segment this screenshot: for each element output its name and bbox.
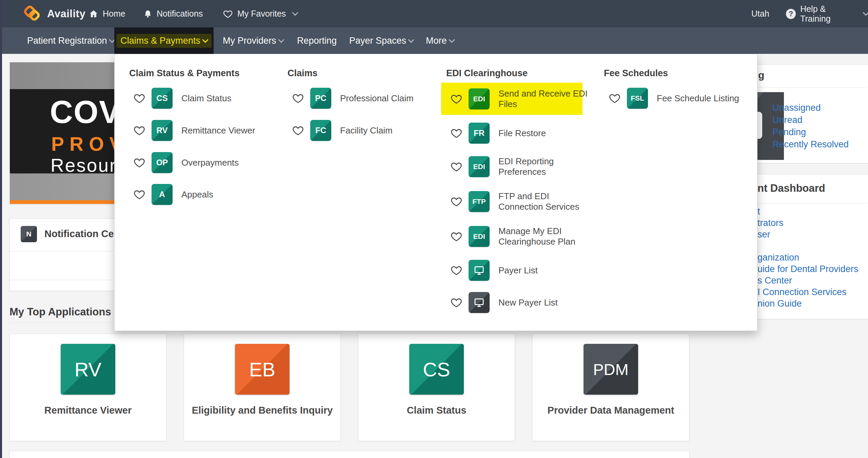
dashboard-link-fragment[interactable]: ser (757, 229, 858, 240)
app-label: Remittance Viewer (13, 404, 163, 416)
favorite-heart-icon[interactable] (133, 188, 145, 201)
favorite-heart-icon[interactable] (450, 296, 462, 309)
menu-column-heading: Fee Schedules (604, 68, 668, 79)
menu-item-label: Payer List (498, 265, 538, 276)
menu-item-send-receive-edi-files[interactable]: EDI Send and Receive EDI Files (450, 88, 593, 109)
menu-item-facility-claim[interactable]: FC Facility Claim (292, 120, 393, 141)
ftp-tile: FTP (469, 191, 490, 212)
chevron-down-icon (863, 9, 868, 16)
favorite-heart-icon[interactable] (450, 161, 462, 173)
app-icon-rv: RV (61, 344, 115, 395)
chevron-down-icon (449, 37, 455, 43)
nav-more[interactable]: More (426, 27, 454, 54)
app-card-claim-status[interactable]: CS Claim Status (358, 334, 515, 441)
app-card-remittance-viewer[interactable]: RV Remittance Viewer (9, 334, 166, 441)
nav-label: Patient Registration (27, 36, 107, 46)
nav-notifications[interactable]: Notifications (143, 0, 203, 27)
menu-item-label: Facility Claim (340, 125, 393, 136)
menu-item-file-restore[interactable]: FR File Restore (450, 123, 546, 144)
appeals-tile: A (152, 184, 173, 205)
dashboard-link-fragment[interactable]: s Center (757, 275, 858, 286)
link-unread[interactable]: Unread (772, 114, 849, 126)
menu-item-label: Fee Schedule Listing (657, 93, 739, 104)
link-unassigned[interactable]: Unassigned (772, 102, 849, 114)
nav-label: My Providers (223, 36, 276, 46)
availity-logo[interactable]: Availity (22, 0, 85, 27)
professional-claim-tile: PC (310, 88, 331, 109)
menu-item-label: FTP and EDI Connection Services (498, 191, 593, 212)
fee-schedule-tile: FSL (627, 88, 648, 109)
menu-item-label: Professional Claim (340, 93, 414, 104)
menu-item-label: Remittance Viewer (181, 125, 255, 136)
favorite-heart-icon[interactable] (450, 230, 462, 243)
dashboard-link-fragment[interactable]: nion Guide (757, 298, 858, 309)
nav-my-providers[interactable]: My Providers (223, 27, 283, 54)
nav-claims-payments-active[interactable]: Claims & Payments (114, 27, 214, 54)
nav-payer-spaces[interactable]: Payer Spaces (349, 27, 413, 54)
link-recently-resolved[interactable]: Recently Resolved (772, 138, 849, 150)
menu-item-label: Send and Receive EDI Files (498, 88, 593, 109)
main-nav: Patient Registration Claims & Payments M… (0, 27, 868, 54)
favorite-heart-icon[interactable] (450, 127, 462, 139)
menu-item-professional-claim[interactable]: PC Professional Claim (292, 88, 414, 109)
chevron-down-icon (202, 37, 208, 43)
favorite-heart-icon[interactable] (292, 124, 304, 137)
app-card-provider-data-management[interactable]: PDM Provider Data Management (532, 334, 689, 441)
notification-center-tile[interactable]: N (21, 226, 37, 242)
edi-tile: EDI (469, 226, 490, 247)
menu-item-overpayments[interactable]: OP Overpayments (133, 152, 239, 173)
menu-item-appeals[interactable]: A Appeals (133, 184, 213, 205)
nav-notifications-label: Notifications (157, 9, 203, 19)
app-icon-pdm: PDM (584, 344, 638, 395)
menu-item-new-payer-list[interactable]: New Payer List (450, 292, 558, 313)
nav-patient-registration[interactable]: Patient Registration (27, 27, 114, 54)
brand-name: Availity (47, 8, 85, 20)
nav-favorites-label: My Favorites (237, 9, 286, 19)
file-restore-tile: FR (469, 123, 490, 144)
favorite-heart-icon[interactable] (133, 124, 145, 137)
menu-item-manage-my-edi-clearinghouse-plan[interactable]: EDI Manage My EDI Clearinghouse Plan (450, 226, 593, 247)
nav-region[interactable]: Utah (751, 0, 769, 27)
menu-item-remittance-viewer[interactable]: RV Remittance Viewer (133, 120, 255, 141)
region-label: Utah (751, 9, 769, 19)
favorite-heart-icon[interactable] (292, 92, 304, 104)
dashboard-link-fragment[interactable]: t (757, 206, 858, 217)
favorite-heart-icon[interactable] (450, 93, 462, 105)
link-pending[interactable]: Pending (772, 126, 849, 138)
nav-my-favorites[interactable]: My Favorites (223, 0, 297, 27)
menu-item-ftp-edi-connection-services[interactable]: FTP FTP and EDI Connection Services (450, 191, 593, 212)
app-icon-cs: CS (409, 344, 464, 395)
home-icon (89, 9, 98, 19)
dashboard-link-fragment[interactable]: uide for Dental Providers (757, 263, 858, 275)
bell-icon (143, 9, 152, 19)
chevron-down-icon (408, 37, 414, 43)
favorite-heart-icon[interactable] (133, 157, 145, 169)
favorite-heart-icon[interactable] (450, 264, 462, 276)
menu-item-label: Overpayments (181, 158, 239, 168)
menu-column-heading: Claim Status & Payments (129, 68, 240, 79)
menu-item-fee-schedule-listing[interactable]: FSL Fee Schedule Listing (609, 88, 739, 109)
dashboard-link-fragment[interactable]: trators (757, 217, 858, 229)
menu-item-edi-reporting-preferences[interactable]: EDI EDI Reporting Preferences (450, 156, 593, 177)
chevron-down-icon (292, 9, 298, 16)
menu-item-payer-list[interactable]: Payer List (450, 260, 538, 281)
favorite-heart-icon[interactable] (133, 92, 145, 104)
top-nav: Availity Home Notifications My Favorites… (0, 0, 868, 27)
nav-home[interactable]: Home (89, 0, 125, 27)
dashboard-link-fragment[interactable]: I Connection Services (757, 286, 858, 298)
notification-center-title[interactable]: Notification Cent (44, 228, 123, 240)
nav-reporting[interactable]: Reporting (297, 27, 337, 54)
menu-item-claim-status[interactable]: CS Claim Status (133, 88, 231, 109)
chevron-down-icon (278, 37, 284, 43)
nav-label: More (426, 36, 447, 46)
app-card-eligibility-benefits[interactable]: EB Eligibility and Benefits Inquiry (184, 334, 341, 441)
window-edge (0, 0, 2, 458)
spacer (757, 240, 858, 252)
nav-home-label: Home (103, 9, 125, 19)
dashboard-link-fragment[interactable]: ganization (757, 252, 858, 263)
favorite-heart-icon[interactable] (450, 195, 462, 208)
favorite-heart-icon[interactable] (609, 92, 621, 104)
claim-status-tile: CS (152, 88, 173, 109)
nav-help-training[interactable]: ? Help & Training (786, 0, 868, 27)
app-icon-eb: EB (235, 344, 290, 395)
